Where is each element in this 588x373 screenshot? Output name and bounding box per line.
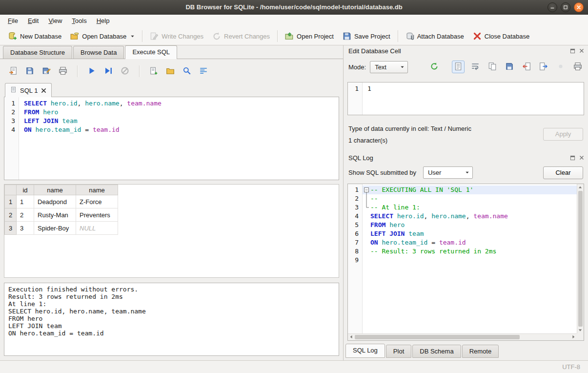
dropdown-arrow-icon[interactable] <box>130 34 135 39</box>
cell-editor-content[interactable]: 1 <box>363 83 584 115</box>
sql-tab-sql-1[interactable]: SQL 1 <box>5 83 52 97</box>
sql-log-title: SQL Log <box>348 154 567 162</box>
save-project-button[interactable]: Save Project <box>338 29 395 43</box>
close-panel-icon[interactable] <box>578 47 585 54</box>
bottom-tab-sql-log[interactable]: SQL Log <box>345 344 385 358</box>
float-panel-icon[interactable] <box>569 47 576 54</box>
scroll-up-icon[interactable] <box>577 184 584 191</box>
menu-help[interactable]: Help <box>92 15 115 27</box>
token: team.id <box>93 126 120 133</box>
table-cell[interactable]: 2 <box>17 208 34 222</box>
open-tab-button[interactable] <box>148 66 159 77</box>
vertical-scrollbar-thumb[interactable] <box>578 191 583 327</box>
table-cell[interactable]: Rusty-Man <box>34 208 76 222</box>
open-database-button[interactable]: Open Database <box>66 29 139 43</box>
cell-char-count: 1 character(s) <box>348 137 387 144</box>
format-sql-button[interactable] <box>198 66 209 77</box>
table-cell[interactable]: Deadpond <box>34 195 76 208</box>
revert-changes-icon <box>212 32 221 41</box>
execute-all-button[interactable] <box>86 66 97 77</box>
menu-view[interactable]: View <box>43 15 67 27</box>
row-number-cell[interactable]: 2 <box>5 208 17 222</box>
mode-combobox[interactable]: Text <box>370 61 408 73</box>
minimize-button[interactable] <box>547 2 557 12</box>
open-file-button[interactable] <box>165 66 176 77</box>
submitter-combobox[interactable]: User <box>423 166 473 179</box>
table-cell[interactable]: Z-Force <box>76 195 118 208</box>
code-line: SELECT hero.id, hero.name, team.name <box>24 99 339 108</box>
print-sql-button[interactable] <box>58 66 68 77</box>
toolbar-button-label: Save Project <box>354 33 390 40</box>
editor-code[interactable]: SELECT hero.id, hero.name, team.nameFROM… <box>19 97 339 180</box>
save-sql-as-button[interactable] <box>41 66 52 77</box>
scroll-right-icon[interactable] <box>570 333 577 340</box>
table-cell[interactable]: 3 <box>17 222 34 235</box>
token: team.name <box>127 100 161 107</box>
tab-execute-sql[interactable]: Execute SQL <box>125 45 177 59</box>
open-sql-file-button[interactable] <box>8 66 19 77</box>
write-changes-icon <box>150 32 159 41</box>
log-line-text: -- Result: 3 rows returned in 2ms <box>370 247 496 256</box>
attach-database-button[interactable]: Attach Database <box>401 29 468 43</box>
vertical-scrollbar[interactable] <box>577 184 584 333</box>
menu-file[interactable]: File <box>3 15 23 27</box>
row-number-cell[interactable]: 3 <box>5 222 17 235</box>
table-row: 11DeadpondZ-Force <box>5 195 118 208</box>
execute-line-button[interactable] <box>103 66 114 77</box>
column-header-name-2[interactable]: name <box>76 185 118 195</box>
token: , <box>120 100 127 107</box>
new-database-button[interactable]: New Database <box>4 29 66 43</box>
results-grid[interactable]: idnamename11DeadpondZ-Force22Rusty-ManPr… <box>4 184 339 278</box>
float-panel-icon[interactable] <box>569 154 576 161</box>
close-button[interactable] <box>574 2 584 12</box>
find-replace-button[interactable] <box>182 66 192 77</box>
bottom-tab-remote[interactable]: Remote <box>462 345 499 358</box>
tab-browse-data[interactable]: Browse Data <box>73 46 124 59</box>
scroll-left-icon[interactable] <box>348 333 355 340</box>
token: FROM <box>370 221 385 228</box>
scroll-down-icon[interactable] <box>577 327 584 333</box>
export-right-button[interactable] <box>537 61 550 73</box>
open-project-button[interactable]: Open Project <box>281 29 338 43</box>
bottom-tab-plot[interactable]: Plot <box>386 345 411 358</box>
close-database-button[interactable]: Close Database <box>468 29 534 43</box>
table-cell[interactable]: 1 <box>17 195 34 208</box>
row-number-cell[interactable]: 1 <box>5 195 17 208</box>
menu-tools[interactable]: Tools <box>67 15 91 27</box>
apply-button[interactable]: Apply <box>543 128 583 141</box>
line-number: 3 <box>4 117 15 125</box>
sql-editor[interactable]: 1234 SELECT hero.id, hero.name, team.nam… <box>4 97 339 180</box>
table-cell-null[interactable]: NULL <box>76 222 118 235</box>
save-sql-file-button[interactable] <box>24 66 35 77</box>
print-cell-button[interactable] <box>571 61 584 73</box>
cell-editor[interactable]: 1 1 <box>347 82 584 115</box>
bottom-tab-db-schema[interactable]: DB Schema <box>412 345 461 358</box>
close-tab-icon[interactable] <box>41 88 46 93</box>
close-panel-icon[interactable] <box>578 154 585 161</box>
horizontal-scrollbar[interactable] <box>348 333 577 340</box>
import-button[interactable] <box>428 61 441 73</box>
left-panel: Database StructureBrowse DataExecute SQL… <box>0 45 344 360</box>
token: team <box>62 117 77 124</box>
cell-toolbar <box>428 61 584 73</box>
horizontal-scrollbar-thumb[interactable] <box>355 335 520 339</box>
token: hero.id <box>397 212 424 220</box>
menu-edit[interactable]: Edit <box>23 15 43 27</box>
save-document-button[interactable] <box>503 61 516 73</box>
open-project-icon <box>285 32 294 41</box>
maximize-button[interactable] <box>561 2 570 12</box>
column-header-name-1[interactable]: name <box>34 185 76 195</box>
export-left-button[interactable] <box>520 61 533 73</box>
clear-button[interactable]: Clear <box>543 166 583 179</box>
word-wrap-button[interactable] <box>469 61 482 73</box>
open-database-icon <box>70 32 79 41</box>
fold-collapse-icon[interactable] <box>363 186 370 194</box>
column-header-id-0[interactable]: id <box>17 185 34 195</box>
save-sql-file-icon <box>25 66 34 77</box>
copy-document-button[interactable] <box>486 61 499 73</box>
table-cell[interactable]: Preventers <box>76 208 118 222</box>
tab-database-structure[interactable]: Database Structure <box>3 46 72 59</box>
text-document-button[interactable] <box>452 61 465 73</box>
sql-log-view[interactable]: 123456789 -- EXECUTING ALL IN 'SQL 1'---… <box>347 184 584 341</box>
table-cell[interactable]: Spider-Boy <box>34 222 76 235</box>
